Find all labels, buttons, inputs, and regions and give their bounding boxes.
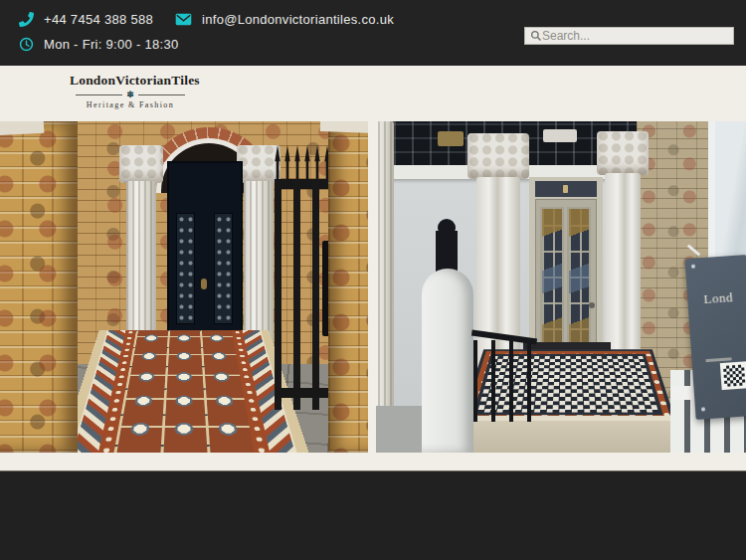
column-capital (467, 133, 529, 179)
photo-checkerboard-entrance[interactable]: Lond (376, 121, 746, 453)
stained-glass-panel (567, 207, 591, 358)
brick-pillar (0, 121, 78, 453)
iron-gate-rail (275, 388, 328, 398)
site-header: LondonVictorianTiles ✽ Heritage & Fashio… (0, 66, 746, 121)
phone-icon (19, 12, 34, 27)
topbar: +44 7454 388 588 info@Londonvictoriantil… (0, 0, 746, 66)
stone-coping (320, 121, 368, 133)
email-link[interactable]: info@Londonvictoriantiles.co.uk (175, 12, 394, 27)
sign-detail-line (706, 357, 732, 362)
stained-glass-panel (540, 207, 564, 358)
house-number (563, 185, 568, 193)
email-address: info@Londonvictoriantiles.co.uk (202, 12, 394, 27)
door-glass-panel (176, 213, 195, 324)
victorian-tile-path (57, 330, 311, 453)
hours-text: Mon - Fri: 9:00 - 18:30 (44, 37, 179, 52)
brick-pillar (328, 125, 368, 453)
iron-gate (275, 179, 328, 410)
sign-text: Lond (687, 288, 746, 308)
shop-sign: Lond (684, 255, 746, 420)
phone-link[interactable]: +44 7454 388 588 (19, 12, 153, 27)
envelope-icon (175, 12, 192, 27)
iron-gate-finials (275, 145, 330, 181)
photo-victorian-path[interactable] (0, 121, 368, 453)
iron-railing (473, 340, 535, 422)
phone-number: +44 7454 388 588 (44, 12, 153, 27)
footer (0, 470, 746, 560)
door-knob (201, 279, 207, 289)
social-links (0, 66, 746, 121)
door-glass-panel (214, 213, 233, 324)
door-knob (589, 302, 595, 308)
column-capital (597, 131, 649, 175)
sign-screw (701, 407, 705, 411)
clock-icon (19, 37, 34, 52)
white-column (376, 121, 394, 434)
qr-code (720, 361, 746, 390)
white-gate-post (422, 269, 473, 453)
house-name-plate (543, 129, 577, 142)
search-input[interactable] (542, 29, 728, 43)
search-box (524, 27, 734, 45)
page: +44 7454 388 588 info@Londonvictoriantil… (0, 0, 746, 560)
sign-screw (691, 265, 695, 269)
search-icon (530, 30, 542, 42)
opening-hours: Mon - Fri: 9:00 - 18:30 (19, 37, 179, 52)
house-number-plate (438, 131, 464, 146)
column-capital (119, 145, 163, 183)
